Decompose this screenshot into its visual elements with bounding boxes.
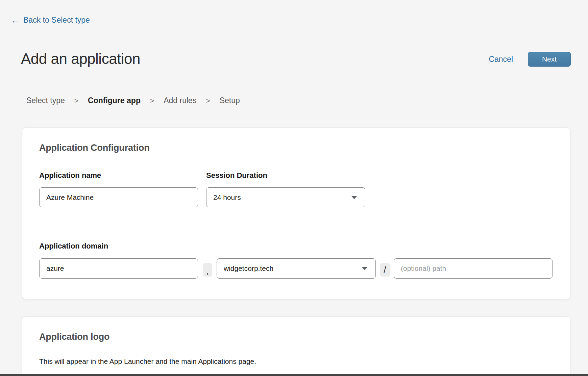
- breadcrumb-step-configure-app: Configure app: [88, 96, 141, 105]
- breadcrumb-step-select-type[interactable]: Select type: [26, 96, 65, 105]
- header-actions: Cancel Next: [489, 52, 571, 67]
- session-duration-label: Session Duration: [206, 171, 267, 180]
- subdomain-input[interactable]: [39, 258, 198, 279]
- application-name-label: Application name: [39, 171, 101, 180]
- application-domain-label: Application domain: [39, 242, 108, 251]
- chevron-down-icon: [362, 267, 368, 270]
- domain-select[interactable]: widgetcorp.tech: [217, 258, 376, 279]
- breadcrumb-step-add-rules[interactable]: Add rules: [164, 96, 196, 105]
- breadcrumb-separator-icon: >: [206, 97, 210, 105]
- domain-dot-separator: .: [203, 263, 212, 277]
- domain-select-value: widgetcorp.tech: [224, 264, 273, 273]
- breadcrumb-separator-icon: >: [74, 97, 78, 105]
- back-link-label: Back to Select type: [23, 16, 90, 25]
- page-title: Add an application: [21, 51, 140, 67]
- add-application-page: ← Back to Select type Add an application…: [0, 0, 588, 376]
- breadcrumb-separator-icon: >: [150, 97, 154, 105]
- back-link[interactable]: ← Back to Select type: [11, 16, 90, 25]
- application-logo-description: This will appear in the App Launcher and…: [39, 357, 256, 366]
- application-logo-card: Application logo This will appear in the…: [22, 316, 570, 376]
- application-configuration-title: Application Configuration: [39, 143, 149, 153]
- bottom-edge-line: [0, 374, 588, 376]
- cancel-button[interactable]: Cancel: [489, 55, 513, 64]
- chevron-down-icon: [351, 196, 357, 199]
- breadcrumb: Select type > Configure app > Add rules …: [26, 96, 240, 105]
- path-input[interactable]: [394, 258, 553, 279]
- back-arrow-icon: ←: [11, 16, 20, 25]
- application-logo-title: Application logo: [39, 332, 109, 342]
- session-duration-select[interactable]: 24 hours: [206, 187, 365, 207]
- session-duration-value: 24 hours: [213, 193, 241, 202]
- application-configuration-card: Application Configuration Application na…: [22, 127, 570, 299]
- domain-slash-separator: /: [380, 263, 390, 277]
- breadcrumb-step-setup[interactable]: Setup: [220, 96, 240, 105]
- application-name-input[interactable]: [39, 187, 198, 207]
- next-button[interactable]: Next: [528, 52, 571, 67]
